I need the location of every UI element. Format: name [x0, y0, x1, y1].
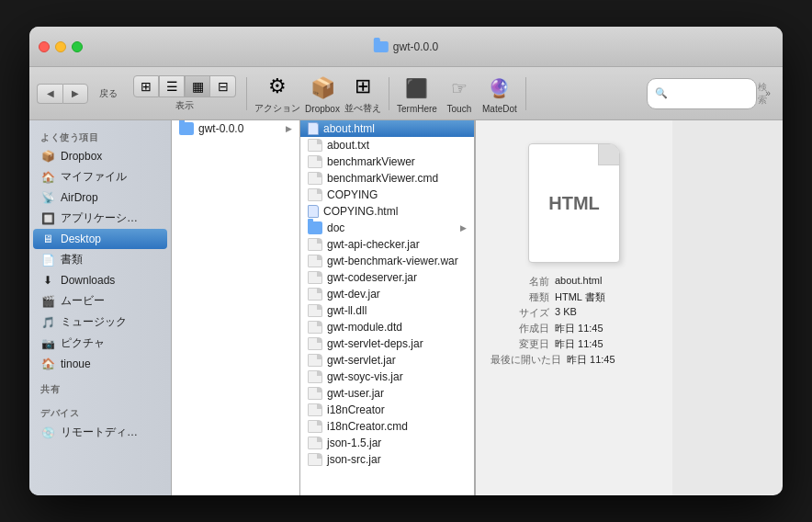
sidebar-item-apps[interactable]: 🔲 アプリケーシ… [29, 208, 171, 229]
col2-item-4[interactable]: COPYING [300, 187, 474, 203]
col2-item-label-13: gwt-servlet-deps.jar [327, 337, 423, 350]
col2-item-20[interactable]: json-src.jar [300, 451, 474, 468]
file-icon-11 [308, 304, 322, 317]
minimize-button[interactable] [55, 41, 66, 52]
col2-item-7[interactable]: gwt-api-checker.jar [300, 236, 474, 253]
html-icon-0 [308, 122, 319, 135]
toolbar-expand-button[interactable]: » [761, 86, 775, 101]
view-column-btn[interactable]: ▦ [185, 75, 210, 97]
col2-item-label-19: json-1.5.jar [327, 437, 381, 449]
window-title-text: gwt-0.0.0 [393, 40, 438, 53]
music-icon: 🎵 [40, 315, 55, 330]
col1-item-gwt[interactable]: gwt-0.0.0 ▶ [172, 120, 299, 137]
col2-item-6[interactable]: doc ▶ [300, 220, 474, 236]
col2-item-16[interactable]: gwt-user.jar [300, 385, 474, 402]
dropbox-sidebar-icon: 📦 [40, 149, 55, 164]
sidebar: よく使う項目 📦 Dropbox 🏠 マイファイル 📡 AirDrop 🔲 アプ… [29, 120, 172, 495]
col2-item-8[interactable]: gwt-benchmark-viewer.war [300, 253, 474, 269]
favorites-label: よく使う項目 [29, 128, 171, 146]
termhere-icon: ⬛ [402, 74, 432, 103]
col2-item-label-8: gwt-benchmark-viewer.war [327, 255, 458, 267]
forward-button[interactable]: ▶ [62, 84, 88, 104]
col2-chevron-6: ▶ [460, 223, 467, 233]
col2-item-2[interactable]: benchmarkViewer [300, 153, 474, 170]
sidebar-item-docs[interactable]: 📄 書類 [29, 249, 171, 270]
col2-item-label-14: gwt-servlet.jar [327, 354, 396, 367]
col2-item-17[interactable]: i18nCreator [300, 402, 474, 418]
sidebar-item-label-myfiles: マイファイル [61, 169, 127, 185]
view-icon-btn[interactable]: ⊞ [133, 75, 159, 97]
view-buttons: ⊞ ☰ ▦ ⊟ [133, 75, 236, 97]
col2-item-0[interactable]: about.html [300, 120, 474, 137]
maximize-button[interactable] [72, 41, 83, 52]
col2-item-5[interactable]: COPYING.html [300, 203, 474, 220]
col2-item-13[interactable]: gwt-servlet-deps.jar [300, 335, 474, 352]
preview-pane: HTML 名前 about.html 種類 HTML 書類 [475, 120, 672, 495]
finder-window: gwt-0.0.0 ◀ ▶ 戻る ⊞ ☰ ▦ ⊟ 表示 ⚙ アクション [29, 27, 783, 495]
col2-item-15[interactable]: gwt-soyc-vis.jar [300, 369, 474, 385]
sidebar-item-airdrop[interactable]: 📡 AirDrop [29, 187, 171, 208]
col2-item-label-18: i18nCreator.cmd [327, 420, 408, 433]
file-icon-8 [308, 255, 322, 267]
file-icon-20 [308, 453, 322, 466]
airdrop-icon: 📡 [40, 190, 55, 205]
view-cover-btn[interactable]: ⊟ [210, 75, 236, 97]
sidebar-item-desktop[interactable]: 🖥 Desktop [33, 229, 167, 249]
file-icon-3 [308, 172, 322, 185]
file-icon-19 [308, 437, 322, 449]
info-modified-row: 変更日 昨日 11:45 [491, 337, 658, 351]
col2-item-11[interactable]: gwt-ll.dll [300, 302, 474, 319]
column-2: about.html about.txt benchmarkViewer ben… [300, 120, 475, 495]
file-icon-12 [308, 321, 322, 334]
preview-file-type: HTML [548, 193, 600, 214]
col2-item-14[interactable]: gwt-servlet.jar [300, 352, 474, 369]
close-button[interactable] [39, 41, 50, 52]
col2-item-19[interactable]: json-1.5.jar [300, 435, 474, 451]
sidebar-item-tinoue[interactable]: 🏠 tinoue [29, 354, 171, 374]
column-1: gwt-0.0.0 ▶ [172, 120, 300, 495]
arrange-button[interactable]: ⊞ 並べ替え [344, 72, 381, 115]
info-name-value: about.html [555, 275, 602, 289]
titlebar: gwt-0.0.0 [29, 27, 783, 67]
back-button[interactable]: ◀ [37, 84, 62, 104]
sidebar-item-label-pictures: ピクチャ [61, 335, 105, 351]
window-title: gwt-0.0.0 [374, 40, 438, 53]
search-box[interactable]: 🔍 検索 [647, 78, 757, 109]
col2-item-18[interactable]: i18nCreator.cmd [300, 418, 474, 435]
col2-item-label-9: gwt-codeserver.jar [327, 271, 417, 284]
sidebar-item-dropbox[interactable]: 📦 Dropbox [29, 146, 171, 166]
termhere-button[interactable]: ⬛ TermHere [397, 74, 437, 114]
desktop-icon: 🖥 [40, 232, 55, 246]
col2-item-label-15: gwt-soyc-vis.jar [327, 370, 403, 383]
dropbox-button[interactable]: 📦 Dropbox [304, 74, 341, 114]
info-size-label: サイズ [491, 306, 555, 320]
action-button[interactable]: ⚙ アクション [254, 72, 300, 115]
col2-item-9[interactable]: gwt-codeserver.jar [300, 269, 474, 286]
sidebar-item-pictures[interactable]: 📷 ピクチャ [29, 333, 171, 354]
col2-item-12[interactable]: gwt-module.dtd [300, 319, 474, 335]
info-modified-label: 変更日 [491, 337, 555, 351]
sidebar-item-music[interactable]: 🎵 ミュージック [29, 312, 171, 333]
col2-item-3[interactable]: benchmarkViewer.cmd [300, 170, 474, 187]
touch-button[interactable]: ☞ Touch [441, 74, 478, 114]
view-list-btn[interactable]: ☰ [159, 75, 185, 97]
col1-item-label-gwt: gwt-0.0.0 [198, 122, 243, 135]
info-created-value: 昨日 11:45 [555, 322, 603, 335]
sidebar-item-myfiles[interactable]: 🏠 マイファイル [29, 166, 171, 187]
file-icon-2 [308, 155, 322, 168]
sidebar-item-movies[interactable]: 🎬 ムービー [29, 290, 171, 312]
col2-item-label-6: doc [327, 221, 344, 234]
info-name-row: 名前 about.html [491, 275, 658, 289]
file-icon-18 [308, 420, 322, 433]
sidebar-item-remote[interactable]: 💿 リモートディ… [29, 422, 171, 443]
sidebar-item-label-desktop: Desktop [61, 233, 101, 245]
sidebar-item-downloads[interactable]: ⬇ Downloads [29, 270, 171, 290]
search-input[interactable] [671, 88, 754, 99]
col2-item-10[interactable]: gwt-dev.jar [300, 286, 474, 302]
col2-item-label-2: benchmarkViewer [327, 155, 415, 168]
matedot-button[interactable]: 🔮 MateDot [481, 74, 518, 114]
col2-item-1[interactable]: about.txt [300, 137, 474, 153]
sidebar-item-label-tinoue: tinoue [61, 357, 91, 370]
col2-item-label-4: COPYING [327, 188, 378, 201]
preview-file-bg: HTML [528, 143, 620, 263]
